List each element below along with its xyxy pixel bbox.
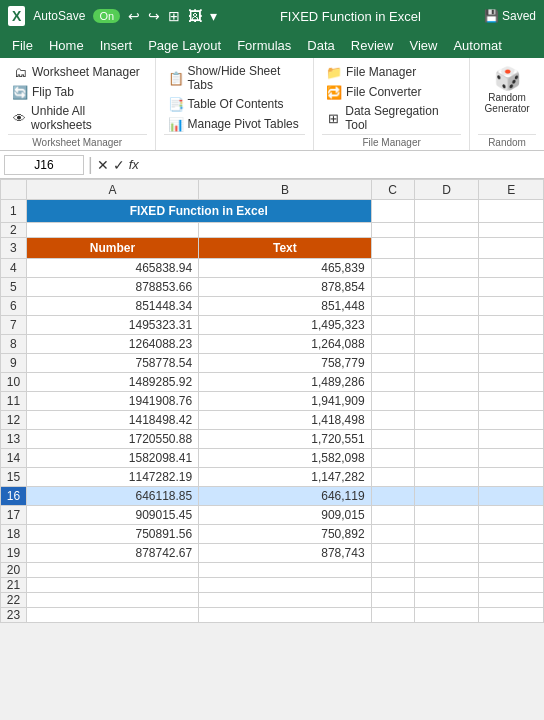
data-segregation-button[interactable]: ⊞ Data Segregation Tool [322, 102, 461, 134]
row-num-2[interactable]: 2 [1, 223, 27, 238]
cell-d5[interactable] [414, 278, 479, 297]
cell-c18[interactable] [371, 525, 414, 544]
cell-a6[interactable]: 851448.34 [26, 297, 198, 316]
cell-e18[interactable] [479, 525, 544, 544]
redo-icon[interactable]: ↪ [148, 8, 160, 24]
cell-d10[interactable] [414, 373, 479, 392]
cell-b19[interactable]: 878,743 [199, 544, 371, 563]
cancel-formula-icon[interactable]: ✕ [97, 157, 109, 173]
menu-data[interactable]: Data [299, 36, 342, 55]
cell-c8[interactable] [371, 335, 414, 354]
cell-d19[interactable] [414, 544, 479, 563]
cell-b6[interactable]: 851,448 [199, 297, 371, 316]
row-num-17[interactable]: 17 [1, 506, 27, 525]
cell-e21[interactable] [479, 578, 544, 593]
cell-d13[interactable] [414, 430, 479, 449]
file-converter-button[interactable]: 🔁 File Converter [322, 82, 461, 102]
cell-b18[interactable]: 750,892 [199, 525, 371, 544]
cell-c10[interactable] [371, 373, 414, 392]
cell-c17[interactable] [371, 506, 414, 525]
cell-d6[interactable] [414, 297, 479, 316]
cell-e3[interactable] [479, 238, 544, 259]
menu-file[interactable]: File [4, 36, 41, 55]
cell-d7[interactable] [414, 316, 479, 335]
cell-d11[interactable] [414, 392, 479, 411]
cell-e15[interactable] [479, 468, 544, 487]
cell-e11[interactable] [479, 392, 544, 411]
cell-d18[interactable] [414, 525, 479, 544]
row-num-20[interactable]: 20 [1, 563, 27, 578]
row-num-8[interactable]: 8 [1, 335, 27, 354]
col-header-e[interactable]: E [479, 180, 544, 200]
cell-e13[interactable] [479, 430, 544, 449]
cell-a19[interactable]: 878742.67 [26, 544, 198, 563]
cell-a8[interactable]: 1264088.23 [26, 335, 198, 354]
cell-e19[interactable] [479, 544, 544, 563]
row-num-18[interactable]: 18 [1, 525, 27, 544]
cell-a22[interactable] [26, 593, 198, 608]
row-num-22[interactable]: 22 [1, 593, 27, 608]
row-num-3[interactable]: 3 [1, 238, 27, 259]
flip-tab-button[interactable]: 🔄 Flip Tab [8, 82, 147, 102]
cell-c16[interactable] [371, 487, 414, 506]
cell-b14[interactable]: 1,582,098 [199, 449, 371, 468]
cell-b9[interactable]: 758,779 [199, 354, 371, 373]
cell-c13[interactable] [371, 430, 414, 449]
cell-e7[interactable] [479, 316, 544, 335]
cell-b2[interactable] [199, 223, 371, 238]
cell-e5[interactable] [479, 278, 544, 297]
cell-b23[interactable] [199, 608, 371, 623]
cell-e12[interactable] [479, 411, 544, 430]
cell-b7[interactable]: 1,495,323 [199, 316, 371, 335]
cell-b13[interactable]: 1,720,551 [199, 430, 371, 449]
cell-c2[interactable] [371, 223, 414, 238]
cell-a21[interactable] [26, 578, 198, 593]
cell-d23[interactable] [414, 608, 479, 623]
row-num-4[interactable]: 4 [1, 259, 27, 278]
cell-c4[interactable] [371, 259, 414, 278]
cell-e9[interactable] [479, 354, 544, 373]
row-num-11[interactable]: 11 [1, 392, 27, 411]
row-num-1[interactable]: 1 [1, 200, 27, 223]
cell-a11[interactable]: 1941908.76 [26, 392, 198, 411]
col-header-c[interactable]: C [371, 180, 414, 200]
menu-insert[interactable]: Insert [92, 36, 141, 55]
cell-b21[interactable] [199, 578, 371, 593]
cell-b16[interactable]: 646,119 [199, 487, 371, 506]
cell-b10[interactable]: 1,489,286 [199, 373, 371, 392]
customize-icon[interactable]: ▾ [210, 8, 217, 24]
autosave-toggle[interactable]: On [93, 9, 120, 23]
cell-d22[interactable] [414, 593, 479, 608]
cell-a2[interactable] [26, 223, 198, 238]
cell-e1[interactable] [479, 200, 544, 223]
row-num-13[interactable]: 13 [1, 430, 27, 449]
menu-home[interactable]: Home [41, 36, 92, 55]
cell-d21[interactable] [414, 578, 479, 593]
picture-icon[interactable]: 🖼 [188, 8, 202, 24]
cell-e22[interactable] [479, 593, 544, 608]
cell-e10[interactable] [479, 373, 544, 392]
cell-d1[interactable] [414, 200, 479, 223]
cell-a7[interactable]: 1495323.31 [26, 316, 198, 335]
cell-a16[interactable]: 646118.85 [26, 487, 198, 506]
cell-e4[interactable] [479, 259, 544, 278]
col-header-a[interactable]: A [26, 180, 198, 200]
cell-c7[interactable] [371, 316, 414, 335]
menu-page-layout[interactable]: Page Layout [140, 36, 229, 55]
row-num-14[interactable]: 14 [1, 449, 27, 468]
cell-c1[interactable] [371, 200, 414, 223]
cell-e17[interactable] [479, 506, 544, 525]
cell-d12[interactable] [414, 411, 479, 430]
cell-a13[interactable]: 1720550.88 [26, 430, 198, 449]
cell-c12[interactable] [371, 411, 414, 430]
cell-d17[interactable] [414, 506, 479, 525]
cell-a4[interactable]: 465838.94 [26, 259, 198, 278]
undo-icon[interactable]: ↩ [128, 8, 140, 24]
worksheet-manager-button[interactable]: 🗂 Worksheet Manager [8, 62, 147, 82]
show-hide-tabs-button[interactable]: 📋 Show/Hide Sheet Tabs [164, 62, 306, 94]
row-num-23[interactable]: 23 [1, 608, 27, 623]
row-num-16[interactable]: 16 [1, 487, 27, 506]
name-box[interactable] [4, 155, 84, 175]
cell-b20[interactable] [199, 563, 371, 578]
cell-c6[interactable] [371, 297, 414, 316]
